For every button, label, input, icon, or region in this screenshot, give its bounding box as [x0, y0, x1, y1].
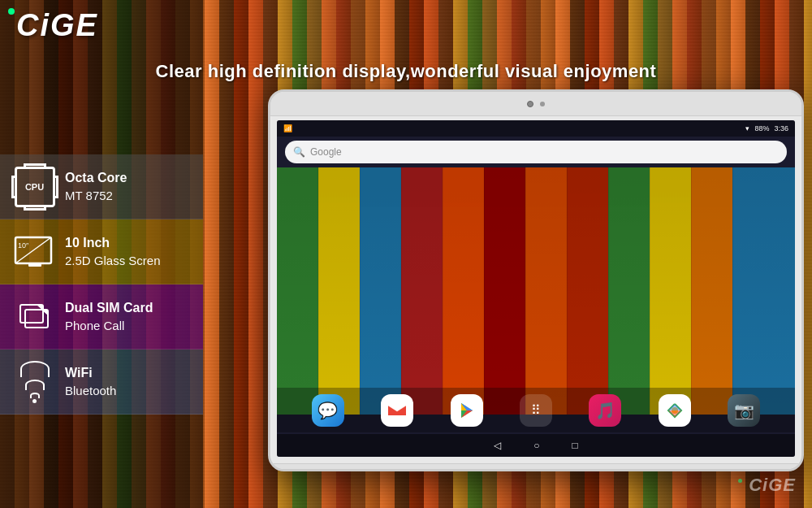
wifi-icon-container	[12, 361, 57, 403]
sim-line2: Phone Call	[65, 317, 153, 334]
tablet-sensor	[540, 102, 545, 106]
status-battery: 88%	[754, 124, 769, 132]
search-label: Google	[310, 146, 342, 158]
tablet-top-bar	[270, 92, 801, 116]
tablet-bottom-bar	[270, 463, 801, 471]
sim-icon-container	[12, 298, 57, 335]
status-left: 📶	[283, 124, 292, 132]
svg-rect-3	[28, 263, 41, 267]
wifi-line1: WiFi	[65, 364, 116, 382]
status-wifi: ▾	[745, 124, 749, 132]
headline: Clear high definition display,wonderful …	[8, 61, 804, 82]
wifi-arc-large	[20, 361, 50, 377]
tablet-screen: 📶 ▾ 88% 3:36 🔍 Google	[277, 120, 795, 457]
android-search-bar[interactable]: 🔍 Google	[285, 141, 787, 163]
feature-screen: 10″ 10 Inch 2.5D Glass Scren	[0, 219, 203, 284]
screen-line2: 2.5D Glass Scren	[65, 252, 161, 269]
feature-sim: Dual SIM Card Phone Call	[0, 284, 203, 350]
app-photos[interactable]	[659, 394, 691, 427]
sim-line1: Dual SIM Card	[65, 299, 153, 317]
cpu-text: Octa Core MT 8752	[65, 169, 127, 204]
android-wallpaper	[277, 167, 795, 415]
cpu-pins-left	[11, 176, 15, 198]
wifi-text: WiFi Bluetooth	[65, 364, 116, 399]
nav-recent[interactable]: □	[572, 440, 578, 451]
cpu-icon-container: CPU	[12, 167, 57, 207]
feature-cpu: CPU Octa Core MT 8752	[0, 154, 203, 219]
wallpaper-details	[277, 167, 795, 415]
cpu-icon: CPU	[15, 167, 55, 207]
wifi-dot	[32, 399, 37, 403]
screen-icon-container: 10″	[12, 236, 57, 268]
app-gmail[interactable]	[381, 394, 413, 427]
cpu-pins-right	[55, 176, 58, 198]
feature-wifi: WiFi Bluetooth	[0, 350, 203, 415]
watermark: CiGE	[738, 475, 796, 496]
wifi-arc-medium	[25, 380, 45, 390]
tablet-container: 📶 ▾ 88% 3:36 🔍 Google	[268, 89, 804, 471]
brand-logo: CiGE	[16, 8, 98, 43]
screen-line1: 10 Inch	[65, 234, 161, 252]
watermark-dot	[738, 479, 742, 483]
wifi-icon	[20, 361, 50, 403]
tablet-camera-1	[527, 101, 533, 107]
cpu-line2: MT 8752	[65, 187, 127, 204]
app-camera[interactable]: 📷	[728, 394, 760, 427]
nav-back[interactable]: ◁	[494, 440, 501, 451]
app-grid[interactable]: ⠿	[520, 394, 552, 427]
android-nav-bar: ◁ ○ □	[277, 434, 795, 457]
android-status-bar: 📶 ▾ 88% 3:36	[277, 120, 795, 137]
app-music[interactable]: 🎵	[589, 394, 621, 427]
tablet-body: 📶 ▾ 88% 3:36 🔍 Google	[268, 89, 804, 471]
status-time: 3:36	[774, 124, 788, 132]
wifi-arc-small	[30, 393, 40, 398]
screen-text: 10 Inch 2.5D Glass Scren	[65, 234, 161, 269]
screen-icon: 10″	[14, 236, 56, 268]
feature-list: CPU Octa Core MT 8752 10″ 10 Inch 2.5D G…	[0, 154, 203, 415]
nav-home[interactable]: ○	[533, 440, 539, 451]
watermark-text: CiGE	[749, 475, 796, 495]
android-dock: 💬 ⠿ 🎵 📷	[277, 388, 795, 432]
cpu-line1: Octa Core	[65, 169, 127, 187]
logo-dot	[8, 8, 15, 15]
sim-text: Dual SIM Card Phone Call	[65, 299, 153, 334]
wifi-line2: Bluetooth	[65, 382, 116, 399]
app-messages[interactable]: 💬	[312, 394, 344, 427]
search-icon: 🔍	[293, 146, 305, 158]
app-playstore[interactable]	[451, 394, 483, 427]
logo-area: CiGE	[8, 8, 98, 43]
cpu-label: CPU	[25, 182, 44, 192]
sim-icon	[14, 298, 56, 335]
svg-text:10″: 10″	[18, 241, 29, 250]
